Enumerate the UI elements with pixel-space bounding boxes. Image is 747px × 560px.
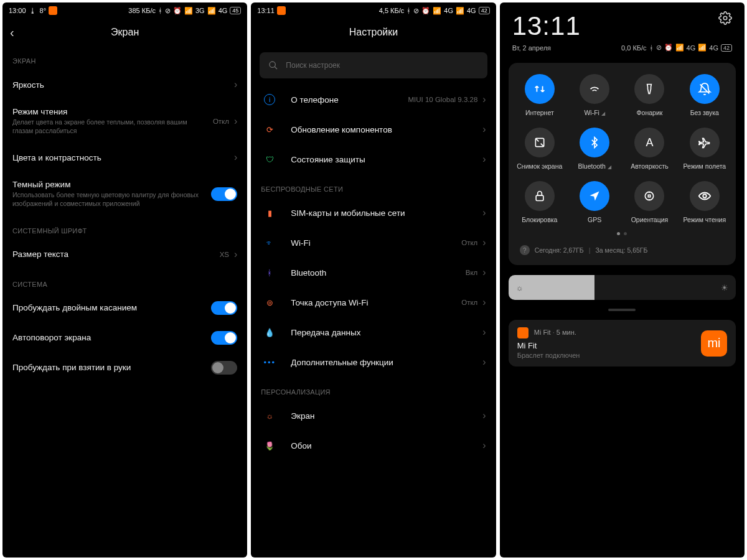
row-reading-mode[interactable]: Режим чтения Делает цвета на экране боле… (2, 100, 247, 142)
qs-tile-lock[interactable]: Блокировка (512, 181, 567, 223)
label: Точка доступа Wi-Fi (291, 298, 461, 307)
qs-tile-data[interactable]: Интернет (512, 74, 567, 116)
svg-point-7 (703, 194, 707, 198)
net-4g-2: 4G (709, 44, 718, 52)
qs-tile-read[interactable]: Режим чтения (677, 181, 732, 223)
value: Вкл (466, 269, 478, 276)
notif-age: 5 мин. (557, 329, 576, 336)
label: Передача данных (291, 328, 482, 337)
dark-mode-toggle[interactable] (211, 187, 237, 201)
svg-point-2 (723, 16, 727, 20)
page-dots (512, 232, 732, 235)
chevron-right-icon: › (482, 154, 486, 165)
battery-icon: 45 (230, 7, 241, 14)
signal-icon: 📶 (675, 44, 684, 52)
qs-tile-gps[interactable]: GPS (567, 181, 622, 223)
autob-icon: A (634, 128, 664, 157)
row-update[interactable]: ⟳ Обновление компонентов › (251, 114, 496, 144)
chevron-right-icon: › (482, 357, 486, 368)
search-placeholder: Поиск настроек (286, 61, 340, 70)
qs-tile-mute[interactable]: Без звука (677, 74, 732, 116)
svg-rect-4 (536, 195, 543, 200)
double-tap-toggle[interactable] (211, 301, 237, 315)
autorotate-toggle[interactable] (211, 331, 237, 345)
mi-fit-status-icon (49, 6, 57, 15)
value: Откл (461, 299, 477, 306)
back-button[interactable]: ‹ (10, 26, 14, 40)
screen-display-settings: 13:00 ⭳ 8° 385 КБ/с ᚼ ⊘ ⏰ 📶 3G 📶 4G 45 ‹… (2, 2, 247, 558)
qs-tile-torch[interactable]: Фонарик (622, 74, 677, 116)
page-title: Экран (111, 27, 139, 38)
row-display[interactable]: ☼ Экран › (251, 401, 496, 431)
settings-gear-icon[interactable] (718, 11, 732, 25)
data-usage[interactable]: ? Сегодня: 2,67ГБ | За месяц: 5,65ГБ (512, 241, 732, 259)
screen-settings-main: 13:11 4,5 КБ/с ᚼ ⊘ ⏰ 📶 4G 📶 4G 42 Настро… (251, 2, 496, 558)
qs-label: Режим полета (683, 162, 726, 170)
qs-label: Bluetooth ◢ (578, 162, 611, 170)
status-time: 13:00 (9, 7, 26, 14)
clock: 13:11 (512, 11, 581, 41)
chevron-right-icon: › (234, 116, 237, 127)
qs-tile-plane[interactable]: Режим полета (677, 128, 732, 170)
value: XS (220, 251, 229, 258)
signal-icon: 📶 (184, 7, 193, 15)
status-time: 13:11 (257, 7, 275, 14)
row-wallpaper[interactable]: 🌷 Обои › (251, 431, 496, 460)
mi-fit-status-icon (277, 6, 286, 15)
status-speed: 4,5 КБ/с (379, 7, 405, 14)
qs-tile-bt[interactable]: Bluetooth ◢ (567, 128, 622, 170)
net-4g: 4G (218, 7, 228, 14)
qs-tile-screenshot[interactable]: Снимок экрана (512, 128, 567, 170)
label: Обновление компонентов (291, 125, 482, 134)
status-temp: 8° (40, 7, 47, 14)
qs-label: Ориентация (631, 216, 669, 223)
row-hotspot[interactable]: ⊚ Точка доступа Wi-Fi Откл › (251, 287, 496, 317)
raise-wake-toggle[interactable] (211, 361, 237, 375)
status-speed: 385 КБ/с (128, 7, 156, 14)
row-autorotate: Автоповорот экрана (2, 323, 247, 353)
notification-handle[interactable] (608, 309, 636, 311)
chevron-right-icon: › (234, 152, 237, 163)
usage-month: За месяц: 5,65ГБ (595, 246, 647, 254)
brightness-low-icon: ☼ (509, 283, 531, 292)
battery-icon: 42 (721, 44, 732, 52)
row-more[interactable]: ••• Дополнительные функции › (251, 347, 496, 377)
row-brightness[interactable]: Яркость › (2, 70, 247, 100)
section-font: СИСТЕМНЫЙ ШРИФТ (2, 216, 247, 240)
qs-label: Режим чтения (683, 216, 726, 223)
qs-tile-autob[interactable]: AАвтояркость (622, 128, 677, 170)
alarm-icon: ⏰ (421, 7, 430, 15)
row-data[interactable]: 💧 Передача данных › (251, 317, 496, 347)
download-icon: ⭳ (29, 6, 37, 15)
data-icon: 💧 (265, 328, 275, 337)
row-bluetooth[interactable]: ᚼ Bluetooth Вкл › (251, 258, 496, 287)
wallpaper-icon: 🌷 (265, 441, 275, 450)
qs-tile-orient[interactable]: Ориентация (622, 181, 677, 223)
notification-card[interactable]: Mi Fit · 5 мин. Mi Fit Браслет подключен… (509, 320, 736, 366)
row-sim[interactable]: ▮ SIM-карты и мобильные сети › (251, 198, 496, 228)
search-input[interactable]: Поиск настроек (260, 52, 487, 78)
row-security[interactable]: 🛡 Состояние защиты › (251, 144, 496, 174)
label: Состояние защиты (291, 155, 482, 164)
row-wifi[interactable]: ᯤ Wi-Fi Откл › (251, 228, 496, 258)
wifi-icon: ᯤ (266, 238, 274, 248)
row-about-phone[interactable]: i О телефоне MIUI 10 Global 9.3.28 › (251, 85, 496, 114)
date: Вт, 2 апреля (512, 44, 551, 52)
svg-point-0 (270, 62, 275, 67)
header: ‹ Экран (2, 19, 247, 46)
qs-label: Блокировка (522, 216, 557, 223)
brightness-slider[interactable]: ☼ ☀ (509, 275, 736, 300)
label: Яркость (12, 80, 234, 90)
chevron-right-icon: › (482, 297, 486, 308)
torch-icon (634, 74, 664, 104)
value: Откл (461, 239, 477, 246)
data-icon (525, 74, 555, 104)
chevron-right-icon: › (482, 94, 486, 105)
signal-icon-2: 📶 (456, 7, 464, 15)
notif-sub: Браслет подключен (517, 352, 695, 359)
row-text-size[interactable]: Размер текста XS › (2, 240, 247, 269)
alarm-icon: ⏰ (173, 7, 182, 15)
qs-tile-wifi[interactable]: Wi-Fi ◢ (567, 74, 622, 116)
row-colors[interactable]: Цвета и контрастность › (2, 142, 247, 172)
shield-icon: 🛡 (266, 155, 274, 164)
